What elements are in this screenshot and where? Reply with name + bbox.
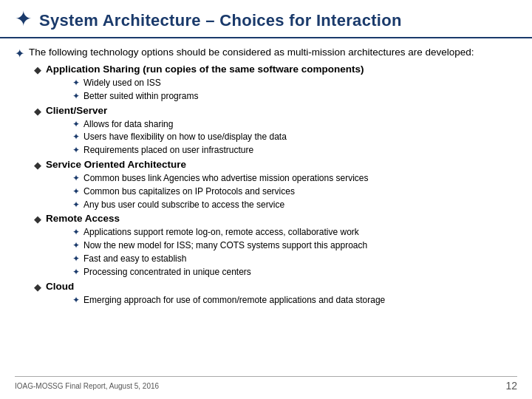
sub-item-3-3-text: Processing concentrated in unique center… [83,266,251,279]
sub-list-1: ✦ Allows for data sharing ✦ Users have f… [72,118,517,157]
main-list: ◆ Application Sharing (run copies of the… [34,64,517,306]
sub-item-3-0-text: Applications support remote log-on, remo… [83,226,359,239]
intro-star-icon: ✦ [15,47,24,61]
sub-item-3-2: ✦ Fast and easy to establish [72,253,517,265]
main-item-4: ◆ Cloud ✦ Emerging approach for use of c… [34,281,517,307]
sub-item-0-1-text: Better suited within programs [83,90,198,103]
sub-item-2-2: ✦ Any bus user could subscribe to access… [72,199,517,211]
main-item-3: ◆ Remote Access ✦ Applications support r… [34,213,517,278]
sub-star-icon-2-2: ✦ [72,200,80,210]
slide-title: System Architecture – Choices for Intera… [39,11,402,30]
main-item-0-label: Application Sharing (run copies of the s… [46,64,364,75]
sub-item-3-2-text: Fast and easy to establish [83,253,186,265]
sub-item-1-1: ✦ Users have flexibility on how to use/d… [72,131,517,143]
sub-item-2-0: ✦ Common buses link Agencies who adverti… [72,172,517,185]
header-star-icon: ✦ [15,9,32,30]
bullet-icon-3: ◆ [34,214,41,225]
sub-item-1-0-text: Allows for data sharing [83,118,173,131]
sub-star-icon-2-0: ✦ [72,173,80,183]
main-item-1: ◆ Client/Server ✦ Allows for data sharin… [34,105,517,157]
sub-item-1-0: ✦ Allows for data sharing [72,118,517,131]
sub-item-3-3: ✦ Processing concentrated in unique cent… [72,266,517,279]
page-number: 12 [505,380,517,392]
main-item-2-label: Service Oriented Architecture [46,159,186,170]
sub-list-3: ✦ Applications support remote log-on, re… [72,226,517,278]
sub-item-1-1-text: Users have flexibility on how to use/dis… [83,131,287,143]
sub-item-3-1-text: Now the new model for ISS; many COTS sys… [83,239,367,252]
intro-text: The following technology options should … [29,46,474,60]
sub-star-icon-0-0: ✦ [72,78,80,88]
sub-item-3-1: ✦ Now the new model for ISS; many COTS s… [72,239,517,252]
sub-star-icon-2-1: ✦ [72,186,80,197]
main-item-2: ◆ Service Oriented Architecture ✦ Common… [34,159,517,211]
main-item-0: ◆ Application Sharing (run copies of the… [34,64,517,103]
sub-star-icon-3-2: ✦ [72,253,80,264]
sub-item-1-2: ✦ Requirements placed on user infrastruc… [72,144,517,157]
main-item-1-header: ◆ Client/Server [34,105,517,117]
slide-content: ✦ The following technology options shoul… [0,43,532,311]
sub-star-icon-4-0: ✦ [72,295,80,305]
footer-label: IOAG-MOSSG Final Report, August 5, 2016 [15,382,159,390]
sub-list-4: ✦ Emerging approach for use of common/re… [72,294,517,307]
sub-item-3-0: ✦ Applications support remote log-on, re… [72,226,517,239]
sub-star-icon-3-3: ✦ [72,267,80,277]
sub-item-2-2-text: Any bus user could subscribe to access t… [83,199,284,211]
bullet-icon-2: ◆ [34,160,41,171]
sub-item-0-1: ✦ Better suited within programs [72,90,517,103]
sub-star-icon-1-1: ✦ [72,132,80,142]
sub-star-icon-3-1: ✦ [72,240,80,250]
sub-star-icon-1-0: ✦ [72,119,80,129]
main-item-4-header: ◆ Cloud [34,281,517,293]
sub-list-0: ✦ Widely used on ISS ✦ Better suited wit… [72,77,517,103]
main-item-0-header: ◆ Application Sharing (run copies of the… [34,64,517,75]
intro-line: ✦ The following technology options shoul… [15,46,517,61]
sub-item-0-0: ✦ Widely used on ISS [72,77,517,89]
bullet-icon-0: ◆ [34,64,41,75]
sub-item-2-1-text: Common bus capitalizes on IP Protocols a… [83,185,295,198]
sub-star-icon-0-1: ✦ [72,91,80,101]
slide: ✦ System Architecture – Choices for Inte… [0,0,532,399]
slide-header: ✦ System Architecture – Choices for Inte… [0,0,532,38]
sub-star-icon-3-0: ✦ [72,227,80,237]
bullet-icon-1: ◆ [34,106,41,117]
sub-item-4-0-text: Emerging approach for use of common/remo… [83,294,385,307]
sub-item-1-2-text: Requirements placed on user infrastructu… [83,144,253,157]
main-item-3-header: ◆ Remote Access [34,213,517,225]
main-item-4-label: Cloud [46,281,74,292]
main-item-3-label: Remote Access [46,213,120,224]
sub-star-icon-1-2: ✦ [72,145,80,155]
main-item-2-header: ◆ Service Oriented Architecture [34,159,517,171]
sub-list-2: ✦ Common buses link Agencies who adverti… [72,172,517,211]
sub-item-4-0: ✦ Emerging approach for use of common/re… [72,294,517,307]
bullet-icon-4: ◆ [34,282,41,293]
slide-footer: IOAG-MOSSG Final Report, August 5, 2016 … [15,376,517,392]
sub-item-2-0-text: Common buses link Agencies who advertise… [83,172,369,185]
sub-item-0-0-text: Widely used on ISS [83,77,161,89]
main-item-1-label: Client/Server [46,105,107,116]
sub-item-2-1: ✦ Common bus capitalizes on IP Protocols… [72,185,517,198]
